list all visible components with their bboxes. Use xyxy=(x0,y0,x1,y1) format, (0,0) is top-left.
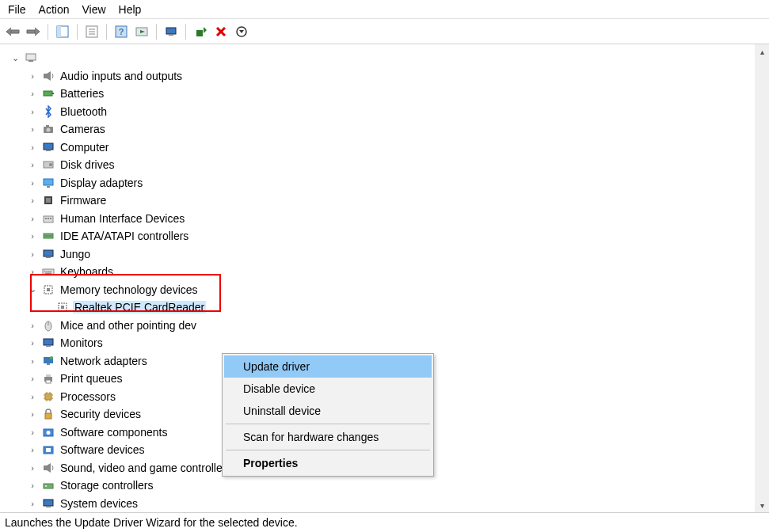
network-icon xyxy=(41,354,55,368)
toolbar-separator xyxy=(185,24,186,40)
menu-view[interactable]: View xyxy=(78,2,115,17)
firmware-icon xyxy=(41,193,55,207)
tree-category[interactable]: ›Batteries xyxy=(10,85,755,103)
expander-icon[interactable]: › xyxy=(27,196,38,205)
tree-category[interactable]: ›Human Interface Devices xyxy=(10,210,755,228)
tree-category[interactable]: ›Firmware xyxy=(10,192,755,210)
svg-rect-67 xyxy=(45,393,51,400)
svg-rect-65 xyxy=(46,374,51,377)
context-menu-separator xyxy=(226,450,430,450)
disk-icon xyxy=(41,158,55,172)
context-menu-disable-device[interactable]: Disable device xyxy=(224,378,432,400)
svg-rect-36 xyxy=(45,218,47,219)
expander-icon[interactable]: › xyxy=(27,142,38,152)
expander-icon[interactable]: › xyxy=(27,89,38,98)
svg-rect-38 xyxy=(50,218,51,219)
scroll-up-button[interactable]: ▴ xyxy=(755,44,769,59)
svg-rect-59 xyxy=(44,339,53,345)
expander-icon[interactable]: › xyxy=(27,428,38,437)
update-driver-toolbar-button[interactable] xyxy=(191,22,210,41)
menu-action[interactable]: Action xyxy=(36,2,79,17)
uninstall-toolbar-button[interactable] xyxy=(211,22,230,41)
menu-file[interactable]: File xyxy=(5,2,36,17)
storage-icon xyxy=(41,478,55,492)
expander-icon[interactable]: › xyxy=(27,214,38,223)
expander-icon[interactable]: › xyxy=(27,107,38,116)
tree-category-label: Security devices xyxy=(59,408,143,420)
expander-icon[interactable]: › xyxy=(27,338,38,348)
mouse-icon xyxy=(41,318,55,332)
tree-category[interactable]: ›Jungo xyxy=(10,245,755,264)
show-hide-tree-button[interactable] xyxy=(53,22,72,41)
expander-icon[interactable]: › xyxy=(27,392,38,401)
expander-icon[interactable]: › xyxy=(27,71,38,81)
expander-icon[interactable]: › xyxy=(27,124,38,134)
svg-point-78 xyxy=(47,431,51,435)
toolbar-separator xyxy=(77,24,78,40)
status-bar: Launches the Update Driver Wizard for th… xyxy=(0,513,769,532)
expander-icon[interactable]: › xyxy=(27,463,38,473)
expander-icon[interactable]: › xyxy=(27,409,38,419)
context-menu: Update driver Disable device Uninstall d… xyxy=(222,353,434,477)
tree-category[interactable]: ›Disk drives xyxy=(10,156,755,174)
properties-button[interactable] xyxy=(82,22,101,41)
menu-help[interactable]: Help xyxy=(116,2,151,17)
toolbar-separator xyxy=(156,24,157,40)
help-button[interactable]: ? xyxy=(112,22,131,41)
display-adapter-icon xyxy=(41,176,55,190)
tree-root[interactable]: ⌄ xyxy=(10,49,755,67)
svg-rect-23 xyxy=(52,93,54,94)
context-menu-uninstall-device[interactable]: Uninstall device xyxy=(224,400,432,422)
tree-category[interactable]: ›Computer xyxy=(10,139,755,157)
svg-rect-81 xyxy=(44,466,47,470)
bluetooth-icon xyxy=(41,104,55,119)
svg-rect-22 xyxy=(44,91,52,96)
scroll-down-button[interactable]: ▾ xyxy=(755,498,769,512)
forward-button[interactable] xyxy=(24,22,43,41)
expander-icon[interactable]: ⌄ xyxy=(10,53,21,63)
expander-icon[interactable]: › xyxy=(27,499,38,508)
printer-icon xyxy=(41,371,55,386)
svg-rect-34 xyxy=(46,198,51,203)
tree-category-label: Print queues xyxy=(59,372,124,385)
tree-category[interactable]: ›System devices xyxy=(10,495,755,513)
context-menu-properties[interactable]: Properties xyxy=(224,452,432,474)
expander-icon[interactable]: › xyxy=(27,178,38,188)
expander-icon[interactable]: › xyxy=(27,249,38,259)
back-button[interactable] xyxy=(3,22,22,41)
tree-category[interactable]: ›IDE ATA/ATAPI controllers xyxy=(10,227,755,245)
expander-icon[interactable]: › xyxy=(27,321,38,330)
tree-category[interactable]: ›Monitors xyxy=(10,334,755,352)
scan-hardware-button[interactable] xyxy=(162,22,181,41)
tree-category[interactable]: ›Mice and other pointing dev xyxy=(10,317,755,335)
tree-category[interactable]: ›Bluetooth xyxy=(10,103,755,121)
content-area: ⌄ ›Audio inputs and outputs›Batteries›Bl… xyxy=(0,44,769,513)
monitor-icon xyxy=(41,247,55,261)
tree-category-label: Firmware xyxy=(59,194,108,207)
tree-category-label: IDE ATA/ATAPI controllers xyxy=(59,230,190,242)
expander-icon[interactable]: › xyxy=(27,445,38,454)
expander-icon[interactable]: › xyxy=(27,160,38,169)
svg-rect-62 xyxy=(47,363,50,365)
context-menu-update-driver[interactable]: Update driver xyxy=(224,355,432,378)
tree-category[interactable]: ›Storage controllers xyxy=(10,477,755,495)
tree-category-label: Mice and other pointing dev xyxy=(59,319,198,332)
expander-icon[interactable]: › xyxy=(27,356,38,366)
tree-category-label: Disk drives xyxy=(59,158,116,171)
expander-icon[interactable]: › xyxy=(27,481,38,490)
svg-rect-45 xyxy=(44,250,53,256)
vertical-scrollbar[interactable]: ▴ ▾ xyxy=(755,44,769,512)
action-button[interactable] xyxy=(132,22,151,41)
svg-point-63 xyxy=(50,356,53,359)
context-menu-scan-hardware[interactable]: Scan for hardware changes xyxy=(224,426,432,448)
svg-point-30 xyxy=(49,163,52,166)
disable-toolbar-button[interactable] xyxy=(232,22,251,41)
expander-icon[interactable]: › xyxy=(27,231,38,241)
tree-category[interactable]: ›Cameras xyxy=(10,120,755,139)
svg-rect-60 xyxy=(46,345,51,347)
tree-category[interactable]: ›Display adapters xyxy=(10,174,755,192)
svg-rect-49 xyxy=(47,271,48,272)
expander-icon[interactable]: › xyxy=(27,374,38,383)
tree-category[interactable]: ›Audio inputs and outputs xyxy=(10,67,755,86)
svg-marker-82 xyxy=(47,463,51,473)
